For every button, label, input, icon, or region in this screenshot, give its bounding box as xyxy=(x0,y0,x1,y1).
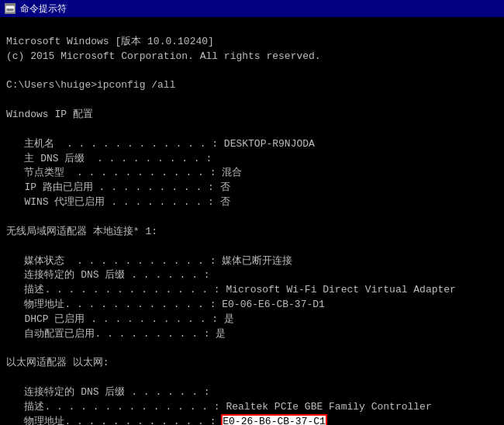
console-line xyxy=(6,342,498,357)
console-line xyxy=(6,210,498,225)
svg-rect-1 xyxy=(6,6,14,9)
console-line: 物理地址. . . . . . . . . . . . : E0-06-E6-C… xyxy=(6,298,498,313)
console-line: C:\Users\huige>ipconfig /all xyxy=(6,78,498,93)
console-line: 节点类型 . . . . . . . . . . . : 混合 xyxy=(6,166,498,181)
console-line: 自动配置已启用. . . . . . . . . : 是 xyxy=(6,327,498,342)
console-line xyxy=(6,371,498,385)
console-line: 主机名 . . . . . . . . . . . . : DESKTOP-R9… xyxy=(6,137,498,152)
console-line xyxy=(6,93,498,108)
title-bar-icon xyxy=(5,3,16,14)
console-line: IP 路由已启用 . . . . . . . . . : 否 xyxy=(6,181,498,195)
console-line: 无线局域网适配器 本地连接* 1: xyxy=(6,225,498,240)
title-bar: 命令提示符 xyxy=(0,0,504,17)
console-line: 主 DNS 后缀 . . . . . . . . . : xyxy=(6,152,498,167)
console-line: (c) 2015 Microsoft Corporation. All righ… xyxy=(6,50,498,64)
console-line: 物理地址. . . . . . . . . . . . : E0-26-B6-C… xyxy=(6,415,498,425)
console-line: 描述. . . . . . . . . . . . . . : Microsof… xyxy=(6,283,498,298)
console-line: 描述. . . . . . . . . . . . . . : Realtek … xyxy=(6,400,498,415)
console-line xyxy=(6,240,498,254)
console-line: 媒体状态 . . . . . . . . . . . : 媒体已断开连接 xyxy=(6,254,498,269)
console-line: 连接特定的 DNS 后缀 . . . . . . : xyxy=(6,385,498,400)
console-line: Microsoft Windows [版本 10.0.10240] xyxy=(6,35,498,50)
console-line: WINS 代理已启用 . . . . . . . . : 否 xyxy=(6,195,498,210)
console-body: Microsoft Windows [版本 10.0.10240](c) 201… xyxy=(0,17,504,425)
console-line: 连接特定的 DNS 后缀 . . . . . . : xyxy=(6,268,498,283)
title-bar-text: 命令提示符 xyxy=(20,2,67,16)
mac-address-highlight: E0-26-B6-CB-37-C1 xyxy=(222,415,326,425)
console-line: DHCP 已启用 . . . . . . . . . . : 是 xyxy=(6,313,498,327)
console-line xyxy=(6,64,498,79)
console-line xyxy=(6,123,498,137)
console-line: Windows IP 配置 xyxy=(6,108,498,123)
console-line: 以太网适配器 以太网: xyxy=(6,356,498,371)
